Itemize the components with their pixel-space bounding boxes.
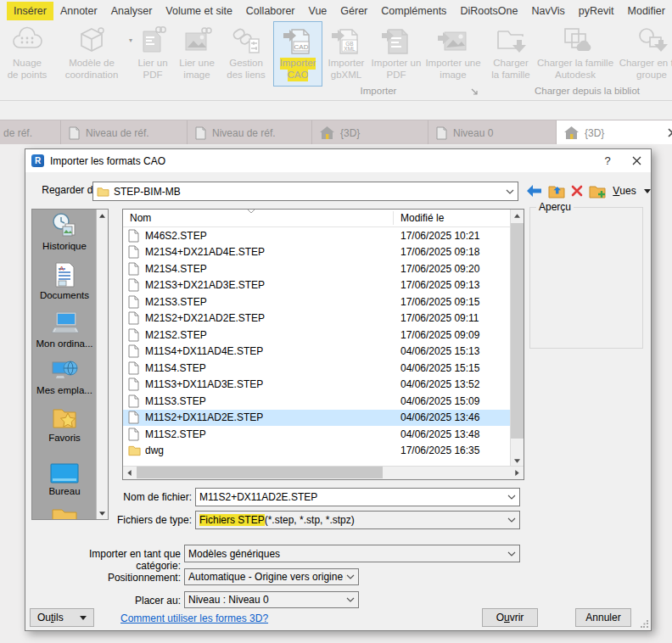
chevron-down-icon bbox=[506, 189, 514, 194]
point-cloud-button[interactable]: Nuage de points bbox=[0, 21, 54, 86]
importer-panel-expand-icon[interactable] bbox=[471, 88, 479, 96]
chevron-down-icon bbox=[507, 551, 516, 556]
manage-links-icon bbox=[230, 24, 262, 58]
file-row[interactable]: M11S3+DX11AD3E.STEP04/06/2025 13:52 bbox=[123, 377, 512, 394]
place-at-combobox[interactable]: Niveau : Niveau 0 bbox=[184, 591, 359, 608]
views-button[interactable]: Vues bbox=[612, 182, 637, 199]
delete-button[interactable] bbox=[569, 182, 585, 199]
views-dropdown-caret[interactable] bbox=[642, 182, 652, 199]
look-in-combobox[interactable]: STEP-BIM-MB bbox=[92, 182, 518, 201]
ribbon-tab-inserer[interactable]: Insérer bbox=[7, 2, 53, 20]
file-name-combobox[interactable]: M11S2+DX11AD2E.STEP bbox=[195, 488, 520, 506]
load-as-group-button[interactable]: Charger en tan groupe bbox=[614, 21, 672, 86]
preview-label: Aperçu bbox=[536, 201, 574, 213]
scroll-up-icon[interactable] bbox=[511, 210, 524, 222]
view-tab-niveau-0[interactable]: Niveau 0 bbox=[428, 120, 557, 145]
view-tab-partial[interactable]: de réf. bbox=[0, 120, 61, 145]
place-mon-ordinateur[interactable]: Mon ordina... bbox=[32, 310, 97, 349]
place-mes-emplacements[interactable]: Mes empla... bbox=[32, 357, 97, 395]
ribbon-tab-navvis[interactable]: NavVis bbox=[524, 2, 571, 20]
view-tab-3d-1[interactable]: {3D} bbox=[312, 120, 428, 145]
manage-links-button[interactable]: Gestion des liens bbox=[221, 21, 272, 86]
file-row-selected[interactable]: M11S2+DX11AD2E.STEP04/06/2025 13:46 bbox=[123, 410, 512, 427]
scroll-right-icon[interactable] bbox=[511, 467, 524, 479]
ribbon-tab-pyrevit[interactable]: pyRevit bbox=[572, 2, 621, 20]
file-row[interactable]: M11S4+DX11AD4E.STEP04/06/2025 15:13 bbox=[123, 344, 512, 361]
link-pdf-button[interactable]: Lier un PDF bbox=[132, 21, 173, 86]
file-list: Nom Modifié le M46S2.STEP17/06/2025 10:2… bbox=[122, 209, 524, 480]
ribbon-tab-complements[interactable]: Compléments bbox=[374, 2, 453, 20]
file-row[interactable]: M21S3+DX21AD3E.STEP17/06/2025 09:13 bbox=[123, 277, 512, 294]
import-category-combobox[interactable]: Modèles génériques bbox=[184, 545, 520, 562]
file-row[interactable]: M21S2.STEP17/06/2025 09:09 bbox=[123, 327, 512, 344]
ribbon-tab-annoter[interactable]: Annoter bbox=[53, 2, 104, 20]
places-scrollbar[interactable] bbox=[96, 210, 108, 519]
home-3d-icon bbox=[320, 126, 334, 139]
ribbon-tab-modifier[interactable]: Modifier bbox=[621, 2, 672, 20]
cancel-button[interactable]: Annuler bbox=[575, 608, 631, 627]
column-header-modifie-le[interactable]: Modifié le bbox=[400, 212, 444, 224]
open-button[interactable]: Ouvrir bbox=[482, 608, 538, 627]
up-one-level-button[interactable] bbox=[547, 182, 566, 199]
sheet-icon bbox=[69, 126, 80, 140]
back-button[interactable] bbox=[524, 182, 543, 199]
file-icon bbox=[128, 411, 141, 424]
file-list-vertical-scrollbar[interactable] bbox=[510, 210, 524, 467]
scroll-left-icon[interactable] bbox=[123, 467, 136, 479]
import-cad-button[interactable]: CAD Importer CAO bbox=[273, 21, 322, 87]
file-row[interactable]: M21S4+DX21AD4E.STEP17/06/2025 09:18 bbox=[123, 244, 512, 261]
link-pdf-icon bbox=[138, 24, 167, 58]
place-documents[interactable]: A Documents bbox=[32, 262, 97, 300]
network-places-icon bbox=[51, 357, 78, 383]
file-row[interactable]: M21S2+DX21AD2E.STEP17/06/2025 09:11 bbox=[123, 310, 512, 327]
dialog-title-bar[interactable]: R Importer les formats CAO ? bbox=[25, 149, 651, 172]
import-pdf-button[interactable]: Importer un PDF bbox=[370, 21, 423, 86]
link-image-button[interactable]: Lier une image bbox=[173, 21, 221, 86]
view-tab-niveau-de-ref-1[interactable]: Niveau de réf. bbox=[61, 120, 188, 145]
place-favoris[interactable]: Favoris bbox=[32, 406, 97, 443]
file-row[interactable]: M11S2.STEP04/06/2025 13:48 bbox=[123, 426, 512, 443]
new-folder-button[interactable] bbox=[588, 182, 607, 199]
file-row[interactable]: M21S3.STEP17/06/2025 09:15 bbox=[123, 294, 512, 310]
column-header-nom[interactable]: Nom bbox=[130, 212, 151, 224]
scrollbar-thumb[interactable] bbox=[137, 467, 383, 478]
chevron-down-icon bbox=[346, 597, 355, 602]
resize-grip[interactable] bbox=[641, 620, 649, 629]
svg-text:XML: XML bbox=[344, 46, 356, 52]
file-list-header[interactable]: Nom Modifié le bbox=[123, 210, 512, 227]
dialog-help-button[interactable]: ? bbox=[593, 149, 622, 172]
file-icon bbox=[128, 377, 141, 391]
positioning-combobox[interactable]: Automatique - Origine vers origine inte bbox=[184, 568, 359, 585]
ribbon-tab-vue[interactable]: Vue bbox=[302, 2, 334, 20]
ribbon-tab-volume-et-site[interactable]: Volume et site bbox=[159, 2, 239, 20]
history-icon bbox=[51, 213, 78, 238]
ribbon-tab-gerer[interactable]: Gérer bbox=[333, 2, 374, 20]
load-autodesk-family-icon bbox=[558, 24, 592, 58]
help-link[interactable]: Comment utiliser les formes 3D? bbox=[120, 612, 268, 624]
import-gbxml-button[interactable]: GBXML Importer gbXML bbox=[322, 21, 370, 86]
file-row[interactable]: M46S2.STEP17/06/2025 10:21 bbox=[123, 227, 512, 244]
coordination-model-button[interactable]: Modèle de coordination bbox=[54, 21, 129, 86]
svg-text:CAD: CAD bbox=[294, 43, 309, 51]
ribbon-tab-dirootsone[interactable]: DiRootsOne bbox=[453, 2, 524, 20]
tools-button[interactable]: Outils bbox=[30, 608, 94, 627]
view-tab-niveau-de-ref-2[interactable]: Niveau de réf. bbox=[188, 120, 312, 145]
dialog-close-button[interactable] bbox=[622, 149, 651, 172]
file-list-horizontal-scrollbar[interactable] bbox=[123, 466, 524, 479]
folder-row[interactable]: dwg17/06/2025 16:35 bbox=[123, 443, 512, 460]
file-type-combobox[interactable]: Fichiers STEP (*.step, *.stp, *.stpz) bbox=[195, 511, 520, 529]
place-historique[interactable]: Historique bbox=[32, 213, 97, 251]
file-row[interactable]: M11S4.STEP04/06/2025 15:15 bbox=[123, 360, 512, 377]
ribbon-panel-lier: Nuage de points Modèle de coordination ▾… bbox=[0, 21, 272, 100]
scroll-up-icon[interactable] bbox=[97, 210, 108, 221]
load-autodesk-family-button[interactable]: Charger la famille Autodesk bbox=[536, 21, 614, 86]
import-image-button[interactable]: Importer une image bbox=[423, 21, 484, 86]
ribbon-tab-analyser[interactable]: Analyser bbox=[104, 2, 160, 20]
file-row[interactable]: M21S4.STEP17/06/2025 09:20 bbox=[123, 260, 512, 277]
scrollbar-thumb[interactable] bbox=[511, 223, 524, 439]
ribbon-tab-collaborer[interactable]: Collaborer bbox=[239, 2, 302, 20]
close-tab-icon[interactable] bbox=[668, 128, 672, 137]
file-row[interactable]: M11S3.STEP04/06/2025 15:09 bbox=[123, 393, 512, 410]
view-tab-3d-active[interactable]: {3D} bbox=[557, 120, 672, 145]
load-family-button[interactable]: Charger la famille bbox=[485, 21, 536, 86]
